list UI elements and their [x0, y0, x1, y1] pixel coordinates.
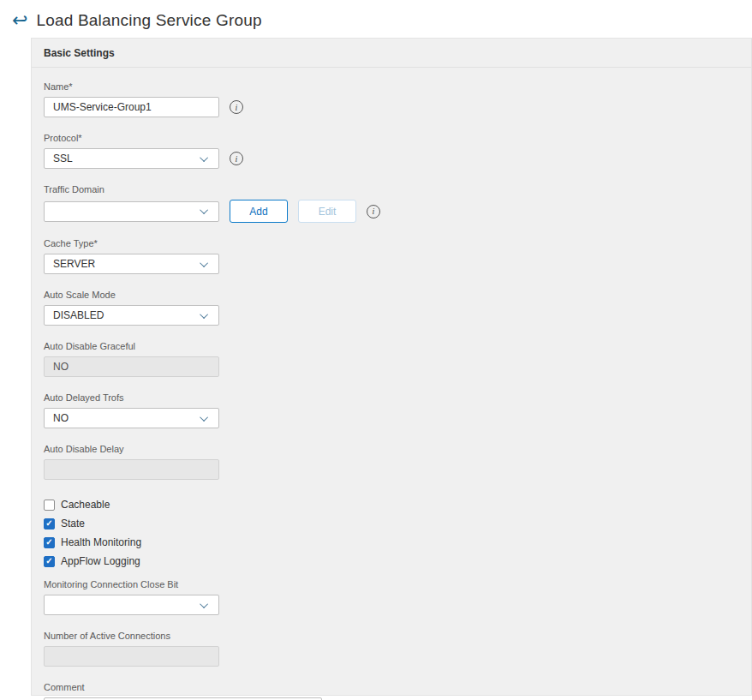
cache-type-select[interactable]: SERVER [44, 254, 219, 274]
checkbox-row-cacheable[interactable]: Cacheable [44, 499, 739, 511]
chevron-down-icon [200, 600, 208, 608]
add-button[interactable]: Add [230, 200, 288, 223]
chevron-down-icon [200, 259, 208, 267]
checkbox-row-health-monitoring[interactable]: Health Monitoring [44, 536, 739, 548]
monitoring-connection-close-bit-select[interactable] [44, 595, 219, 615]
cache-type-select-value: SERVER [53, 258, 95, 270]
chevron-down-icon [200, 206, 208, 214]
chevron-down-icon [200, 310, 208, 319]
cache-type-label: Cache Type* [44, 238, 739, 248]
auto-disable-delay-input [44, 459, 219, 480]
health-monitoring-checkbox-label: Health Monitoring [61, 536, 141, 548]
name-input[interactable] [44, 97, 219, 117]
auto-delayed-trofs-label: Auto Delayed Trofs [44, 392, 739, 403]
number-of-active-connections-input [44, 646, 219, 667]
appflow-logging-checkbox[interactable] [44, 556, 55, 567]
checkbox-group: Cacheable State Health Monitoring AppFlo… [44, 499, 739, 567]
field-auto-scale-mode: Auto Scale Mode DISABLED [44, 290, 739, 326]
panel-title: Basic Settings [32, 39, 751, 68]
page-header: ↩ Load Balancing Service Group [0, 0, 752, 37]
panel-body: Name* i Protocol* SSL i Traffic Domain [32, 68, 751, 700]
field-comment: Comment [44, 682, 739, 700]
cacheable-checkbox[interactable] [44, 500, 55, 511]
field-protocol: Protocol* SSL i [44, 133, 739, 169]
edit-button[interactable]: Edit [298, 200, 356, 223]
basic-settings-panel: Basic Settings Name* i Protocol* SSL i T… [31, 38, 752, 696]
field-auto-disable-graceful: Auto Disable Graceful NO [44, 341, 739, 377]
field-cache-type: Cache Type* SERVER [44, 238, 739, 274]
auto-disable-delay-label: Auto Disable Delay [44, 444, 739, 454]
cacheable-checkbox-label: Cacheable [61, 499, 110, 511]
auto-delayed-trofs-select-value: NO [53, 412, 69, 424]
field-name: Name* i [44, 81, 739, 117]
auto-disable-graceful-input: NO [44, 356, 219, 377]
checkbox-row-appflow-logging[interactable]: AppFlow Logging [44, 555, 739, 567]
field-traffic-domain: Traffic Domain Add Edit i [44, 184, 739, 223]
health-monitoring-checkbox[interactable] [44, 537, 55, 548]
auto-scale-mode-label: Auto Scale Mode [44, 290, 739, 300]
info-icon[interactable]: i [367, 205, 380, 218]
traffic-domain-select[interactable] [44, 201, 219, 222]
protocol-select[interactable]: SSL [44, 148, 219, 169]
auto-scale-mode-select-value: DISABLED [53, 309, 104, 321]
chevron-down-icon [200, 413, 208, 422]
name-label: Name* [44, 81, 739, 92]
info-icon[interactable]: i [230, 100, 243, 114]
comment-label: Comment [44, 682, 739, 692]
chevron-down-icon [200, 153, 208, 162]
back-arrow-icon[interactable]: ↩ [12, 11, 27, 30]
traffic-domain-label: Traffic Domain [44, 184, 739, 194]
number-of-active-connections-label: Number of Active Connections [44, 631, 739, 641]
checkbox-row-state[interactable]: State [44, 518, 739, 529]
field-monitoring-connection-close-bit: Monitoring Connection Close Bit [44, 579, 739, 615]
info-icon[interactable]: i [230, 152, 243, 165]
field-auto-disable-delay: Auto Disable Delay [44, 444, 739, 480]
protocol-label: Protocol* [44, 133, 739, 143]
field-number-of-active-connections: Number of Active Connections [44, 631, 739, 667]
state-checkbox[interactable] [44, 518, 55, 529]
auto-delayed-trofs-select[interactable]: NO [44, 408, 219, 428]
protocol-select-value: SSL [53, 153, 73, 165]
auto-disable-graceful-label: Auto Disable Graceful [44, 341, 739, 351]
appflow-logging-checkbox-label: AppFlow Logging [61, 555, 140, 567]
field-auto-delayed-trofs: Auto Delayed Trofs NO [44, 392, 739, 428]
page-title: Load Balancing Service Group [36, 11, 261, 30]
auto-scale-mode-select[interactable]: DISABLED [44, 305, 219, 326]
monitoring-connection-close-bit-label: Monitoring Connection Close Bit [44, 579, 739, 589]
state-checkbox-label: State [61, 518, 85, 529]
